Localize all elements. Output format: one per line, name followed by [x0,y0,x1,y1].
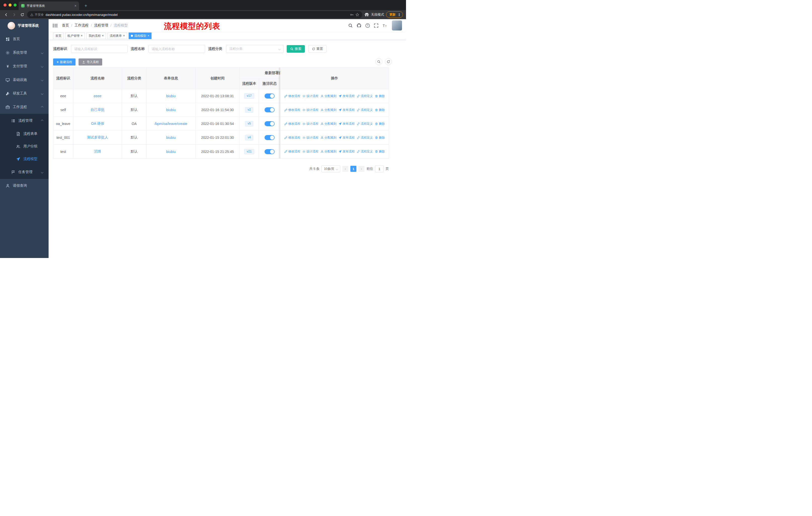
forward-button[interactable] [11,11,17,18]
form-info-link[interactable]: /bpm/oa/leave/create [154,122,187,126]
prev-page-button[interactable]: ‹ [342,166,348,172]
help-icon[interactable]: ? [365,23,370,28]
action-design-link[interactable]: 设计流程 [302,122,318,126]
active-toggle[interactable] [265,93,274,99]
action-design-link[interactable]: 设计流程 [302,108,318,112]
action-publish-link[interactable]: 发布流程 [339,122,355,126]
form-info-link[interactable]: biubiu [166,94,175,98]
version-tag[interactable]: v5 [245,121,254,127]
close-icon[interactable]: × [102,34,104,37]
tag-process-model[interactable]: 流程模型 × [128,32,151,39]
action-definition-link[interactable]: 流程定义 [357,122,373,126]
active-toggle[interactable] [265,135,274,140]
action-design-link[interactable]: 设计流程 [302,136,318,140]
action-delete-link[interactable]: 删除 [375,150,385,154]
action-design-link[interactable]: 设计流程 [302,94,318,98]
close-icon[interactable]: × [147,34,149,37]
fullscreen-icon[interactable] [374,23,379,28]
search-button[interactable]: 搜索 [287,45,305,53]
version-tag[interactable]: v2 [245,107,254,113]
import-process-button[interactable]: 导入流程 [79,58,102,65]
breadcrumb-process-management[interactable]: 流程管理 [94,23,108,28]
tag-my-process[interactable]: 我的流程 × [86,32,106,39]
action-publish-link[interactable]: 发布流程 [339,94,355,98]
action-assign-link[interactable]: 分配规则 [320,136,337,140]
process-name-link[interactable]: eeee [94,94,102,98]
back-button[interactable] [3,11,9,18]
action-assign-link[interactable]: 分配规则 [320,108,337,112]
process-name-link[interactable]: 测试多审批人 [87,135,108,140]
action-delete-link[interactable]: 删除 [375,122,385,126]
action-definition-link[interactable]: 流程定义 [357,136,373,140]
action-design-link[interactable]: 设计流程 [302,150,318,154]
zoom-window-button[interactable] [13,3,17,6]
tag-tenant[interactable]: 租户管理 × [65,32,85,39]
action-edit-link[interactable]: 修改流程 [284,136,300,140]
page-number-1[interactable]: 1 [350,166,356,172]
form-info-link[interactable]: biubiu [166,108,175,112]
action-assign-link[interactable]: 分配规则 [320,94,337,98]
action-assign-link[interactable]: 分配规则 [320,150,337,154]
sidebar-item-process-form[interactable]: 流程表单 [0,128,49,140]
action-edit-link[interactable]: 修改流程 [284,108,300,112]
breadcrumb-home[interactable]: 首页 [62,23,69,28]
sidebar-item-infrastructure[interactable]: 基础设施 [0,73,49,87]
action-edit-link[interactable]: 修改流程 [284,122,300,126]
version-tag[interactable]: v4 [245,135,254,140]
refresh-button[interactable] [385,58,392,65]
font-size-icon[interactable]: TT [382,23,387,28]
action-delete-link[interactable]: 删除 [375,108,385,112]
process-name-input[interactable] [148,45,205,53]
action-definition-link[interactable]: 流程定义 [357,94,373,98]
minimize-window-button[interactable] [8,3,11,6]
form-info-link[interactable]: biubiu [166,150,175,154]
tag-home[interactable]: 首页 [53,32,64,39]
tab-close-icon[interactable]: × [75,4,77,7]
reload-button[interactable] [19,11,25,18]
user-avatar[interactable] [392,20,402,30]
action-edit-link[interactable]: 修改流程 [284,94,300,98]
close-icon[interactable]: × [123,34,125,37]
sidebar-item-system[interactable]: 系统管理 [0,46,49,59]
version-tag[interactable]: v21 [244,149,254,155]
active-toggle[interactable] [265,121,274,126]
action-delete-link[interactable]: 删除 [375,94,385,98]
process-name-link[interactable]: 滔博 [94,150,101,154]
bookmark-star-icon[interactable] [355,13,359,17]
page-size-select[interactable]: 10条/页 [321,165,340,172]
breadcrumb-workflow[interactable]: 工作流程 [75,23,89,28]
sidebar-item-task-management[interactable]: 任务管理 [0,165,49,179]
github-icon[interactable] [357,23,361,28]
action-definition-link[interactable]: 流程定义 [357,150,373,154]
new-tab-button[interactable]: + [83,2,89,9]
version-tag[interactable]: v17 [244,93,254,99]
next-page-button[interactable]: › [358,166,365,172]
security-indicator[interactable]: 不安全 [30,12,44,17]
form-info-link[interactable]: biubiu [166,136,175,140]
sidebar-logo[interactable]: 芋道管理系统 [0,19,49,32]
action-assign-link[interactable]: 分配规则 [320,122,337,126]
active-toggle[interactable] [265,107,274,112]
key-icon[interactable] [350,13,354,17]
process-name-link[interactable]: 自己审批 [91,108,105,112]
sidebar-item-process-management[interactable]: 流程管理 [0,114,49,128]
sidebar-item-payment[interactable]: ¥支付管理 [0,59,49,73]
menu-fold-icon[interactable] [53,23,58,28]
sidebar-item-leave-query[interactable]: 请假查询 [0,179,49,192]
process-id-input[interactable] [71,45,127,53]
sidebar-item-devtools[interactable]: 研发工具 [0,87,49,100]
close-window-button[interactable] [3,3,6,6]
browser-menu-update-button[interactable]: 更新 ⋮ [386,11,403,18]
active-toggle[interactable] [265,149,274,154]
goto-page-input[interactable] [375,165,384,172]
sidebar-item-process-model[interactable]: 流程模型 [0,153,49,165]
action-publish-link[interactable]: 发布流程 [339,136,355,140]
action-publish-link[interactable]: 发布流程 [339,108,355,112]
sidebar-item-home[interactable]: 首页 [0,32,49,46]
toggle-search-button[interactable] [375,58,382,65]
browser-tab[interactable]: 芋道管理系统 × [19,1,79,10]
address-bar[interactable]: 不安全 dashboard.yudao.iocoder.cn/bpm/manag… [27,11,362,18]
action-delete-link[interactable]: 删除 [375,136,385,140]
tag-process-form[interactable]: 流程表单 × [108,32,127,39]
close-icon[interactable]: × [81,34,83,37]
